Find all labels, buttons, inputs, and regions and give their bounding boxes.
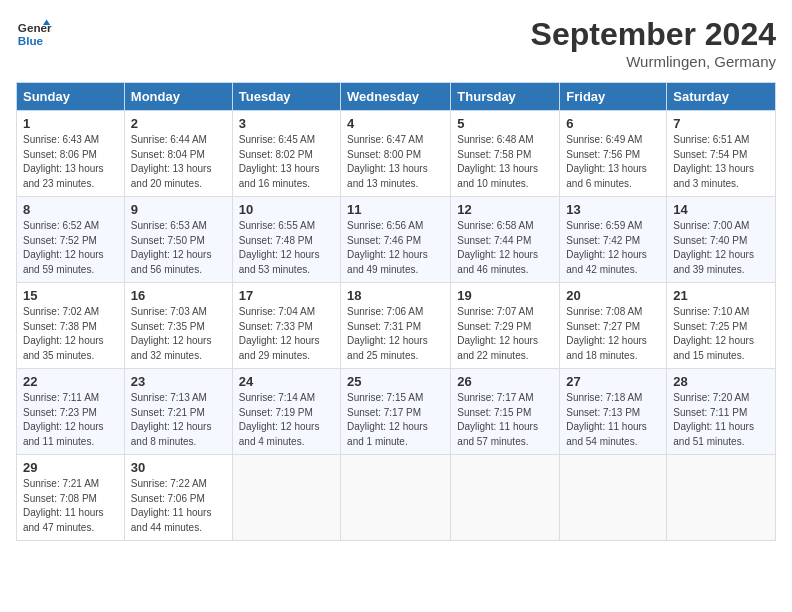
day-info: Sunrise: 7:11 AMSunset: 7:23 PMDaylight:… (23, 391, 118, 449)
day-info: Sunrise: 6:48 AMSunset: 7:58 PMDaylight:… (457, 133, 553, 191)
calendar-cell: 13Sunrise: 6:59 AMSunset: 7:42 PMDayligh… (560, 197, 667, 283)
calendar-cell: 3Sunrise: 6:45 AMSunset: 8:02 PMDaylight… (232, 111, 340, 197)
calendar-cell (667, 455, 776, 541)
day-number: 15 (23, 288, 118, 303)
day-number: 29 (23, 460, 118, 475)
calendar-header: SundayMondayTuesdayWednesdayThursdayFrid… (17, 83, 776, 111)
day-info: Sunrise: 6:44 AMSunset: 8:04 PMDaylight:… (131, 133, 226, 191)
logo-icon: General Blue (16, 16, 52, 52)
calendar-cell: 2Sunrise: 6:44 AMSunset: 8:04 PMDaylight… (124, 111, 232, 197)
day-number: 5 (457, 116, 553, 131)
day-number: 6 (566, 116, 660, 131)
calendar-cell: 21Sunrise: 7:10 AMSunset: 7:25 PMDayligh… (667, 283, 776, 369)
calendar-week-2: 8Sunrise: 6:52 AMSunset: 7:52 PMDaylight… (17, 197, 776, 283)
day-number: 8 (23, 202, 118, 217)
col-header-monday: Monday (124, 83, 232, 111)
day-info: Sunrise: 7:21 AMSunset: 7:08 PMDaylight:… (23, 477, 118, 535)
calendar-cell: 23Sunrise: 7:13 AMSunset: 7:21 PMDayligh… (124, 369, 232, 455)
day-info: Sunrise: 7:14 AMSunset: 7:19 PMDaylight:… (239, 391, 334, 449)
day-number: 13 (566, 202, 660, 217)
calendar-table: SundayMondayTuesdayWednesdayThursdayFrid… (16, 82, 776, 541)
day-number: 25 (347, 374, 444, 389)
calendar-cell: 30Sunrise: 7:22 AMSunset: 7:06 PMDayligh… (124, 455, 232, 541)
calendar-cell: 19Sunrise: 7:07 AMSunset: 7:29 PMDayligh… (451, 283, 560, 369)
day-number: 19 (457, 288, 553, 303)
calendar-cell: 29Sunrise: 7:21 AMSunset: 7:08 PMDayligh… (17, 455, 125, 541)
day-info: Sunrise: 7:06 AMSunset: 7:31 PMDaylight:… (347, 305, 444, 363)
calendar-cell: 9Sunrise: 6:53 AMSunset: 7:50 PMDaylight… (124, 197, 232, 283)
day-number: 17 (239, 288, 334, 303)
logo: General Blue (16, 16, 52, 52)
day-info: Sunrise: 6:45 AMSunset: 8:02 PMDaylight:… (239, 133, 334, 191)
day-info: Sunrise: 6:59 AMSunset: 7:42 PMDaylight:… (566, 219, 660, 277)
day-number: 10 (239, 202, 334, 217)
day-number: 22 (23, 374, 118, 389)
calendar-cell: 16Sunrise: 7:03 AMSunset: 7:35 PMDayligh… (124, 283, 232, 369)
day-info: Sunrise: 6:49 AMSunset: 7:56 PMDaylight:… (566, 133, 660, 191)
day-number: 24 (239, 374, 334, 389)
day-info: Sunrise: 7:00 AMSunset: 7:40 PMDaylight:… (673, 219, 769, 277)
day-number: 12 (457, 202, 553, 217)
calendar-cell: 12Sunrise: 6:58 AMSunset: 7:44 PMDayligh… (451, 197, 560, 283)
day-number: 3 (239, 116, 334, 131)
day-info: Sunrise: 6:47 AMSunset: 8:00 PMDaylight:… (347, 133, 444, 191)
day-info: Sunrise: 7:02 AMSunset: 7:38 PMDaylight:… (23, 305, 118, 363)
day-number: 7 (673, 116, 769, 131)
calendar-week-1: 1Sunrise: 6:43 AMSunset: 8:06 PMDaylight… (17, 111, 776, 197)
calendar-cell (232, 455, 340, 541)
calendar-cell: 25Sunrise: 7:15 AMSunset: 7:17 PMDayligh… (341, 369, 451, 455)
calendar-cell: 27Sunrise: 7:18 AMSunset: 7:13 PMDayligh… (560, 369, 667, 455)
day-info: Sunrise: 6:43 AMSunset: 8:06 PMDaylight:… (23, 133, 118, 191)
calendar-cell (560, 455, 667, 541)
calendar-cell: 24Sunrise: 7:14 AMSunset: 7:19 PMDayligh… (232, 369, 340, 455)
calendar-cell: 15Sunrise: 7:02 AMSunset: 7:38 PMDayligh… (17, 283, 125, 369)
calendar-cell: 11Sunrise: 6:56 AMSunset: 7:46 PMDayligh… (341, 197, 451, 283)
day-info: Sunrise: 7:15 AMSunset: 7:17 PMDaylight:… (347, 391, 444, 449)
col-header-saturday: Saturday (667, 83, 776, 111)
calendar-cell: 14Sunrise: 7:00 AMSunset: 7:40 PMDayligh… (667, 197, 776, 283)
col-header-wednesday: Wednesday (341, 83, 451, 111)
day-number: 27 (566, 374, 660, 389)
day-info: Sunrise: 7:13 AMSunset: 7:21 PMDaylight:… (131, 391, 226, 449)
svg-text:Blue: Blue (18, 34, 44, 47)
calendar-cell (341, 455, 451, 541)
calendar-cell: 26Sunrise: 7:17 AMSunset: 7:15 PMDayligh… (451, 369, 560, 455)
month-title: September 2024 (531, 16, 776, 53)
location-subtitle: Wurmlingen, Germany (531, 53, 776, 70)
calendar-cell: 28Sunrise: 7:20 AMSunset: 7:11 PMDayligh… (667, 369, 776, 455)
day-number: 26 (457, 374, 553, 389)
calendar-cell: 8Sunrise: 6:52 AMSunset: 7:52 PMDaylight… (17, 197, 125, 283)
day-number: 23 (131, 374, 226, 389)
col-header-thursday: Thursday (451, 83, 560, 111)
title-area: September 2024 Wurmlingen, Germany (531, 16, 776, 70)
day-number: 18 (347, 288, 444, 303)
day-info: Sunrise: 7:18 AMSunset: 7:13 PMDaylight:… (566, 391, 660, 449)
col-header-tuesday: Tuesday (232, 83, 340, 111)
day-info: Sunrise: 6:55 AMSunset: 7:48 PMDaylight:… (239, 219, 334, 277)
calendar-week-3: 15Sunrise: 7:02 AMSunset: 7:38 PMDayligh… (17, 283, 776, 369)
calendar-week-5: 29Sunrise: 7:21 AMSunset: 7:08 PMDayligh… (17, 455, 776, 541)
day-number: 20 (566, 288, 660, 303)
day-info: Sunrise: 6:51 AMSunset: 7:54 PMDaylight:… (673, 133, 769, 191)
day-info: Sunrise: 7:08 AMSunset: 7:27 PMDaylight:… (566, 305, 660, 363)
day-info: Sunrise: 7:03 AMSunset: 7:35 PMDaylight:… (131, 305, 226, 363)
day-info: Sunrise: 7:22 AMSunset: 7:06 PMDaylight:… (131, 477, 226, 535)
calendar-cell: 7Sunrise: 6:51 AMSunset: 7:54 PMDaylight… (667, 111, 776, 197)
day-number: 14 (673, 202, 769, 217)
day-info: Sunrise: 6:53 AMSunset: 7:50 PMDaylight:… (131, 219, 226, 277)
day-number: 28 (673, 374, 769, 389)
day-number: 4 (347, 116, 444, 131)
day-info: Sunrise: 7:07 AMSunset: 7:29 PMDaylight:… (457, 305, 553, 363)
header: General Blue September 2024 Wurmlingen, … (16, 16, 776, 70)
day-number: 2 (131, 116, 226, 131)
calendar-cell (451, 455, 560, 541)
day-number: 16 (131, 288, 226, 303)
day-number: 21 (673, 288, 769, 303)
col-header-sunday: Sunday (17, 83, 125, 111)
calendar-cell: 1Sunrise: 6:43 AMSunset: 8:06 PMDaylight… (17, 111, 125, 197)
day-info: Sunrise: 6:52 AMSunset: 7:52 PMDaylight:… (23, 219, 118, 277)
calendar-cell: 18Sunrise: 7:06 AMSunset: 7:31 PMDayligh… (341, 283, 451, 369)
day-number: 11 (347, 202, 444, 217)
day-number: 30 (131, 460, 226, 475)
calendar-cell: 20Sunrise: 7:08 AMSunset: 7:27 PMDayligh… (560, 283, 667, 369)
